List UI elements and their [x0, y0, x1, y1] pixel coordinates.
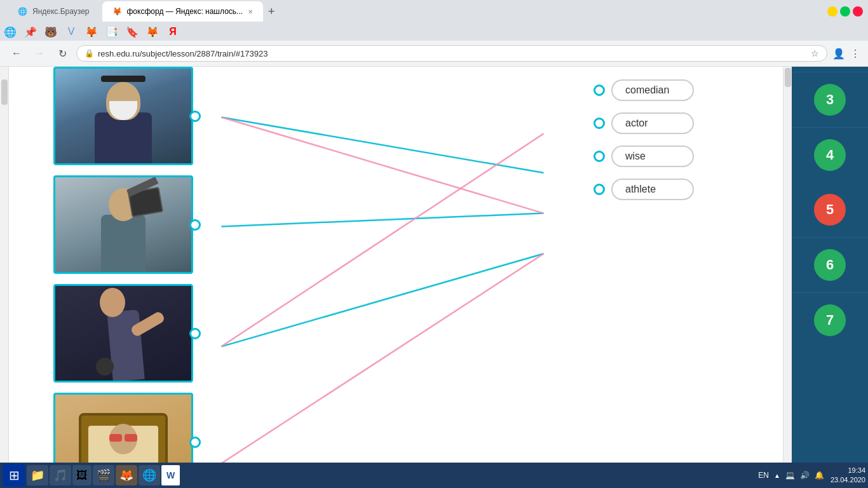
sidebar-block-5-outer: 5 — [792, 182, 868, 237]
image-column — [53, 67, 193, 484]
clock-date: 23.04.2020 — [831, 475, 865, 485]
sidebar-block-4: 4 — [792, 127, 868, 182]
image-item-1 — [53, 67, 193, 165]
sidebar-block-7: 7 — [792, 292, 868, 348]
taskbar-app-7[interactable]: W — [161, 465, 180, 485]
maximize-button[interactable] — [840, 6, 850, 17]
svg-line-0 — [221, 118, 543, 173]
taskbar-app-4[interactable]: 🎬 — [93, 465, 114, 485]
dot-img1[interactable] — [189, 111, 201, 122]
start-button[interactable]: ⊞ — [3, 464, 25, 487]
word-item-1: comedian — [593, 79, 694, 101]
clock-time: 19:34 — [831, 466, 865, 475]
svg-line-5 — [221, 133, 543, 346]
profile-icon[interactable]: 👤 — [832, 48, 845, 60]
taskbar: ⊞ 📁 🎵 🖼 🎬 🦊 🌐 W EN ▲ 💻 🔊 🔔 19:34 23.04.2… — [0, 463, 868, 488]
svg-line-1 — [221, 214, 543, 227]
dot-img3[interactable] — [189, 328, 201, 339]
lock-icon: 🔒 — [85, 49, 94, 58]
tab-icon-1: 🌐 — [18, 7, 27, 16]
main-layout: comedian actor wise athlete — [0, 67, 868, 484]
taskbar-sys-area: EN ▲ 💻 🔊 🔔 — [753, 471, 829, 480]
right-scrollbar[interactable] — [783, 67, 792, 484]
sidebar-number-7[interactable]: 7 — [814, 304, 846, 336]
refresh-button[interactable]: ↻ — [53, 44, 71, 62]
dot-word3[interactable] — [593, 151, 605, 162]
taskbar-app-6[interactable]: 🌐 — [139, 465, 160, 485]
dot-word4[interactable] — [593, 184, 605, 195]
language-indicator: EN — [758, 471, 769, 480]
bookmark-icon[interactable]: ☆ — [811, 48, 819, 58]
taskbar-app-2[interactable]: 🎵 — [50, 465, 71, 485]
tab-label-1: Яндекс.Браузер — [32, 7, 90, 16]
sidebar-number-3[interactable]: 3 — [814, 84, 846, 116]
sys-icon-sound: 🔊 — [800, 471, 810, 480]
word-label-4[interactable]: athlete — [611, 179, 694, 200]
close-button[interactable] — [853, 6, 863, 17]
tab-title: фоксфорд — Яндекс: нашлось... — [127, 7, 243, 16]
minimize-button[interactable] — [827, 6, 837, 17]
taskbar-app-5[interactable]: 🦊 — [116, 465, 137, 485]
right-sidebar: 3 4 5 6 7 — [792, 67, 868, 484]
image-box-1[interactable] — [53, 67, 193, 165]
url-text: resh.edu.ru/subject/lesson/2887/train/#1… — [98, 49, 806, 58]
taskbar-app-3[interactable]: 🖼 — [72, 465, 92, 485]
menu-icon[interactable]: ⋮ — [850, 48, 860, 60]
svg-line-2 — [221, 254, 543, 346]
plugin-icon-7[interactable]: 🔖 — [123, 23, 141, 41]
content-area: comedian actor wise athlete — [9, 67, 783, 484]
plugin-icon-9[interactable]: Я — [164, 23, 182, 41]
tab-inactive-1[interactable]: 🌐 Яндекс.Браузер — [8, 1, 100, 22]
address-field[interactable]: 🔒 resh.edu.ru/subject/lesson/2887/train/… — [76, 45, 827, 62]
tab-close-button[interactable]: ✕ — [248, 8, 253, 15]
image-box-2[interactable] — [53, 175, 193, 274]
taskbar-app-1[interactable]: 📁 — [27, 465, 48, 485]
plugin-icon-8[interactable]: 🦊 — [144, 23, 161, 41]
exercise-container: comedian actor wise athlete — [9, 67, 783, 484]
svg-line-3 — [221, 118, 543, 214]
dot-img2[interactable] — [189, 219, 201, 231]
new-tab-button[interactable]: + — [266, 3, 278, 21]
sidebar-block-3: 3 — [792, 72, 868, 127]
word-item-4: athlete — [593, 179, 694, 200]
plugin-icon-4[interactable]: V — [62, 23, 80, 41]
toolbar-icons-row: 🌐 📌 🐻 V 🦊 📑 🔖 🦊 Я — [0, 23, 868, 41]
image-item-2 — [53, 175, 193, 274]
left-scrollbar[interactable] — [0, 67, 9, 484]
plugin-icon-2[interactable]: 📌 — [22, 23, 39, 41]
sys-icon-network: 💻 — [785, 471, 795, 480]
back-button[interactable]: ← — [8, 44, 25, 62]
image-item-3 — [53, 284, 193, 383]
right-scrollbar-thumb[interactable] — [785, 68, 791, 87]
plugin-icon-3[interactable]: 🐻 — [42, 23, 60, 41]
dot-img4[interactable] — [189, 437, 201, 448]
image-box-3[interactable] — [53, 284, 193, 383]
sidebar-number-4[interactable]: 4 — [814, 139, 846, 171]
plugin-icon-6[interactable]: 📑 — [103, 23, 121, 41]
sidebar-number-6[interactable]: 6 — [814, 249, 846, 281]
tab-bar: 🌐 Яндекс.Браузер 🦊 фоксфорд — Яндекс: на… — [0, 0, 868, 23]
svg-line-4 — [221, 254, 543, 463]
word-item-3: wise — [593, 146, 694, 167]
dot-word2[interactable] — [593, 118, 605, 129]
word-column: comedian actor wise athlete — [593, 79, 694, 200]
address-bar-row: ← → ↻ 🔒 resh.edu.ru/subject/lesson/2887/… — [0, 41, 868, 66]
forward-button[interactable]: → — [31, 44, 48, 62]
word-label-3[interactable]: wise — [611, 146, 694, 167]
dot-word1[interactable] — [593, 85, 605, 96]
window-controls-right — [827, 6, 863, 17]
taskbar-clock[interactable]: 19:34 23.04.2020 — [831, 466, 865, 485]
plugin-icon-1[interactable]: 🌐 — [1, 23, 19, 41]
browser-chrome: 🌐 Яндекс.Браузер 🦊 фоксфорд — Яндекс: на… — [0, 0, 868, 67]
sys-icon-notify: 🔔 — [815, 471, 824, 480]
sys-tray-arrow[interactable]: ▲ — [774, 472, 780, 479]
tab-favicon: 🦊 — [112, 7, 122, 16]
plugin-icon-5[interactable]: 🦊 — [83, 23, 100, 41]
sidebar-number-5[interactable]: 5 — [814, 194, 846, 226]
word-label-2[interactable]: actor — [611, 112, 694, 134]
windows-icon: ⊞ — [9, 468, 20, 483]
sidebar-block-6: 6 — [792, 237, 868, 292]
scrollbar-thumb[interactable] — [1, 79, 8, 105]
tab-active[interactable]: 🦊 фоксфорд — Яндекс: нашлось... ✕ — [102, 1, 264, 22]
word-label-1[interactable]: comedian — [611, 79, 694, 101]
